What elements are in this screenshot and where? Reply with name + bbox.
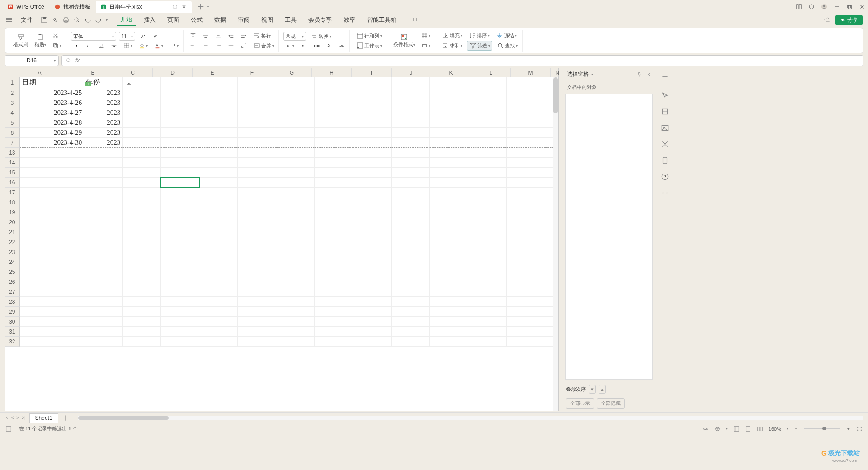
table-style-icon[interactable]: ▾	[420, 32, 432, 40]
cell-C7[interactable]	[123, 138, 161, 148]
cell-C27[interactable]	[123, 287, 161, 297]
cell-H23[interactable]	[315, 247, 353, 257]
vscroll-thumb[interactable]	[553, 77, 558, 113]
cell-F6[interactable]	[238, 128, 276, 138]
cell-B28[interactable]	[84, 297, 123, 307]
cell-A30[interactable]	[20, 317, 85, 327]
sheet-tab-1[interactable]: Sheet1	[29, 413, 58, 423]
cell-J13[interactable]	[392, 148, 430, 158]
cell-A13[interactable]	[20, 148, 85, 158]
menu-effect[interactable]: 效率	[340, 14, 359, 26]
col-header-N[interactable]: N	[551, 68, 564, 77]
cell-C30[interactable]	[123, 317, 161, 327]
cell-L2[interactable]	[468, 88, 507, 98]
menu-review[interactable]: 审阅	[234, 14, 253, 26]
cell-D17[interactable]	[161, 188, 199, 197]
cell-D27[interactable]	[161, 287, 199, 297]
cell-F28[interactable]	[238, 297, 276, 307]
cell-L22[interactable]	[468, 237, 507, 247]
cell-H20[interactable]	[315, 217, 353, 227]
cell-M20[interactable]	[507, 217, 545, 227]
select-tool-icon[interactable]	[661, 91, 669, 99]
cell-B30[interactable]	[84, 317, 123, 327]
cell-E27[interactable]	[199, 287, 238, 297]
cell-G25[interactable]	[276, 267, 315, 277]
cell-B15[interactable]	[84, 168, 123, 178]
cell-H4[interactable]	[315, 108, 353, 118]
row-header-15[interactable]: 15	[5, 168, 20, 178]
col-header-K[interactable]: K	[431, 68, 471, 77]
cell-B29[interactable]	[84, 307, 123, 317]
cell-G32[interactable]	[276, 337, 315, 347]
align-left-icon[interactable]	[188, 42, 198, 50]
cell-C25[interactable]	[123, 267, 161, 277]
cell-I29[interactable]	[353, 307, 392, 317]
collapse-ribbon-icon[interactable]	[661, 72, 669, 80]
cell-K14[interactable]	[430, 158, 468, 168]
eye-icon[interactable]	[703, 426, 709, 432]
col-header-E[interactable]: E	[193, 68, 232, 77]
cell-C19[interactable]	[123, 207, 161, 217]
cell-D28[interactable]	[161, 297, 199, 307]
cell-J3[interactable]	[392, 98, 430, 108]
cell-B3[interactable]: 2023	[84, 98, 123, 108]
grid-mode-icon[interactable]	[714, 426, 721, 432]
col-header-H[interactable]: H	[312, 68, 352, 77]
view-normal-icon[interactable]	[733, 426, 740, 432]
cell-D18[interactable]	[161, 197, 199, 207]
cell-A27[interactable]	[20, 287, 85, 297]
cell-K1[interactable]	[430, 77, 468, 88]
cell-J29[interactable]	[392, 307, 430, 317]
menu-member[interactable]: 会员专享	[305, 14, 335, 26]
cell-I28[interactable]	[353, 297, 392, 307]
menu-data[interactable]: 数据	[211, 14, 230, 26]
cell-I31[interactable]	[353, 327, 392, 337]
cell-B5[interactable]: 2023	[84, 118, 123, 128]
cell-F27[interactable]	[238, 287, 276, 297]
cell-C14[interactable]	[123, 158, 161, 168]
cell-A19[interactable]	[20, 207, 85, 217]
cell-M29[interactable]	[507, 307, 545, 317]
cell-K24[interactable]	[430, 257, 468, 267]
cell-B22[interactable]	[84, 237, 123, 247]
cell-G16[interactable]	[276, 178, 315, 188]
cell-M14[interactable]	[507, 158, 545, 168]
row-header-25[interactable]: 25	[5, 267, 20, 277]
cell-G24[interactable]	[276, 257, 315, 267]
cell-B21[interactable]	[84, 227, 123, 237]
name-box[interactable]: D16 ▾	[5, 55, 59, 66]
row-header-21[interactable]: 21	[5, 227, 20, 237]
menu-smart[interactable]: 智能工具箱	[363, 14, 400, 26]
cell-I27[interactable]	[353, 287, 392, 297]
row-header-31[interactable]: 31	[5, 327, 20, 337]
col-header-G[interactable]: G	[272, 68, 312, 77]
cell-F25[interactable]	[238, 267, 276, 277]
cell-M7[interactable]	[507, 138, 545, 148]
cell-H32[interactable]	[315, 337, 353, 347]
cell-D16[interactable]	[161, 178, 199, 188]
close-panel-icon[interactable]	[646, 72, 651, 77]
cell-J14[interactable]	[392, 158, 430, 168]
more-icon[interactable]	[661, 189, 669, 197]
cell-D31[interactable]	[161, 327, 199, 337]
settings-icon[interactable]	[661, 140, 669, 148]
cell-F14[interactable]	[238, 158, 276, 168]
cell-J23[interactable]	[392, 247, 430, 257]
cell-E24[interactable]	[199, 257, 238, 267]
cell-M26[interactable]	[507, 277, 545, 287]
vertical-scrollbar[interactable]	[553, 77, 558, 411]
cell-B18[interactable]	[84, 197, 123, 207]
menu-insert[interactable]: 插入	[140, 14, 159, 26]
cell-J24[interactable]	[392, 257, 430, 267]
cell-K27[interactable]	[430, 287, 468, 297]
cell-I22[interactable]	[353, 237, 392, 247]
cell-E20[interactable]	[199, 217, 238, 227]
cell-K21[interactable]	[430, 227, 468, 237]
cell-D24[interactable]	[161, 257, 199, 267]
col-header-A[interactable]: A	[6, 68, 73, 77]
redo-icon[interactable]	[95, 16, 102, 24]
cell-E6[interactable]	[199, 128, 238, 138]
cell-G21[interactable]	[276, 227, 315, 237]
cell-D23[interactable]	[161, 247, 199, 257]
cell-I25[interactable]	[353, 267, 392, 277]
